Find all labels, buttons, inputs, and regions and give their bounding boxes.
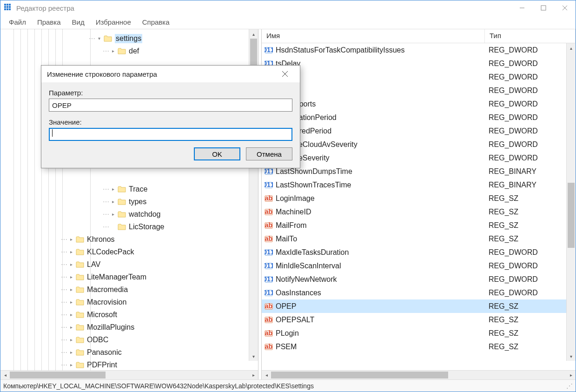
value-row[interactable]: 011OasInstancesREG_DWORD <box>262 286 576 299</box>
value-name-cell: 011MinIdleScanInterval <box>262 262 485 270</box>
scroll-left-icon[interactable]: ◂ <box>0 372 10 378</box>
values-hscroll[interactable]: ◂ ▸ <box>262 370 576 379</box>
scroll-down-icon[interactable]: ▾ <box>567 352 576 361</box>
chevron-right-icon[interactable]: ▸ <box>109 47 117 55</box>
value-name: PSEM <box>276 343 297 351</box>
tree-hscroll[interactable]: ◂ ▸ <box>0 370 258 379</box>
scroll-down-icon[interactable]: ▾ <box>249 352 258 361</box>
resize-grip-icon[interactable]: ⋰ <box>566 382 573 390</box>
tree-item-watchdog[interactable]: ⋯▸watchdog <box>0 208 258 220</box>
chevron-right-icon[interactable]: ▸ <box>109 211 117 218</box>
chevron-right-icon[interactable]: ▸ <box>67 336 75 344</box>
chevron-right-icon[interactable]: ▸ <box>67 286 75 293</box>
value-row[interactable]: 011HsdnStatusForTaskCompatibilityIssuesR… <box>262 43 576 57</box>
value-row[interactable]: abMachineIDREG_SZ <box>262 205 576 219</box>
scroll-up-icon[interactable]: ▴ <box>249 29 258 39</box>
values-vscroll[interactable]: ▴ ▾ <box>566 43 576 361</box>
chevron-right-icon[interactable]: ▸ <box>67 349 75 356</box>
value-row[interactable]: 011cessibleCloudAvSeverityREG_DWORD <box>262 138 576 151</box>
chevron-right-icon[interactable]: ▸ <box>67 299 75 306</box>
tree-item-panasonic[interactable]: ⋯▸Panasonic <box>0 346 258 359</box>
value-row[interactable]: 011NotifyNewNetworkREG_DWORD <box>262 272 576 286</box>
values-vscroll-thumb[interactable] <box>568 183 575 248</box>
tree-item-mozilla[interactable]: ⋯▸MozillaPlugins <box>0 321 258 333</box>
maximize-button[interactable] <box>533 0 554 15</box>
value-row[interactable]: abOPEPREG_SZ <box>262 299 576 313</box>
chevron-right-icon[interactable]: ▸ <box>67 324 75 331</box>
value-row[interactable]: abMailToREG_SZ <box>262 232 576 246</box>
value-row[interactable]: abMailFromREG_SZ <box>262 219 576 232</box>
ok-button[interactable]: OK <box>194 147 240 160</box>
value-row[interactable]: 011centReportsREG_DWORD <box>262 97 576 111</box>
chevron-right-icon[interactable]: ▸ <box>67 361 75 369</box>
value-name: OasInstances <box>276 289 321 297</box>
tree-item-khronos[interactable]: ⋯▸Khronos <box>0 233 258 246</box>
folder-icon <box>118 211 126 218</box>
value-row[interactable]: 011cessibleSeverityREG_DWORD <box>262 151 576 165</box>
value-row[interactable]: 011MinIdleScanIntervalREG_DWORD <box>262 259 576 272</box>
menu-view[interactable]: Вид <box>67 16 89 28</box>
param-name-input[interactable] <box>49 99 292 112</box>
value-type-cell: REG_DWORD <box>485 60 576 68</box>
scroll-right-icon[interactable]: ▸ <box>566 372 576 378</box>
chevron-right-icon[interactable]: ▸ <box>67 248 75 256</box>
chevron-down-icon[interactable]: ▾ <box>95 35 103 42</box>
menu-edit[interactable]: Правка <box>33 16 66 28</box>
value-row[interactable]: abPLoginREG_SZ <box>262 326 576 340</box>
scroll-right-icon[interactable]: ▸ <box>249 372 258 378</box>
close-button[interactable] <box>554 0 576 15</box>
chevron-right-icon[interactable]: ▸ <box>109 198 117 206</box>
value-row[interactable]: abLoginImageREG_SZ <box>262 192 576 205</box>
value-input[interactable] <box>49 128 292 141</box>
menu-favorites[interactable]: Избранное <box>91 16 136 28</box>
chevron-right-icon[interactable]: ▸ <box>67 261 75 268</box>
cancel-button[interactable]: Отмена <box>246 147 292 160</box>
tree-item-lav[interactable]: ⋯▸LAV <box>0 258 258 271</box>
svg-rect-8 <box>9 8 11 10</box>
value-row[interactable]: 011tsDelayREG_DWORD <box>262 57 576 70</box>
scroll-up-icon[interactable]: ▴ <box>567 43 576 53</box>
tree-item-microsoft[interactable]: ⋯▸Microsoft <box>0 308 258 321</box>
column-type[interactable]: Тип <box>485 29 576 43</box>
column-name[interactable]: Имя <box>262 29 485 43</box>
tree-item-macrovision[interactable]: ⋯▸Macrovision <box>0 296 258 308</box>
regedit-window: Редактор реестра Файл Правка Вид Избранн… <box>0 0 576 392</box>
value-label: Значение: <box>49 118 292 126</box>
dialog-buttons: OK Отмена <box>49 147 292 160</box>
tree-hscroll-thumb[interactable] <box>10 372 106 379</box>
menu-help[interactable]: Справка <box>138 16 174 28</box>
tree-item-macromedia[interactable]: ⋯▸Macromedia <box>0 283 258 296</box>
menu-file[interactable]: Файл <box>4 16 31 28</box>
values-list[interactable]: 011HsdnStatusForTaskCompatibilityIssuesR… <box>262 43 576 370</box>
tree-item-odbc[interactable]: ⋯▸ODBC <box>0 333 258 346</box>
value-row[interactable]: 011utExpirationPeriodREG_DWORD <box>262 111 576 124</box>
value-name-cell: 011LastShownDumpsTime <box>262 167 485 176</box>
tree-item-pdfprint[interactable]: ⋯▸PDFPrint <box>0 359 258 370</box>
value-type-cell: REG_SZ <box>485 302 576 311</box>
tree-item-trace[interactable]: ⋯▸Trace <box>0 183 258 195</box>
tree-item-def[interactable]: ⋯▸def <box>0 45 258 57</box>
tree-item-litemanager[interactable]: ⋯▸LiteManagerTeam <box>0 271 258 283</box>
tree-item-klcodecpack[interactable]: ⋯▸KLCodecPack <box>0 246 258 258</box>
chevron-right-icon[interactable]: ▸ <box>67 273 75 281</box>
chevron-right-icon[interactable]: ▸ <box>67 236 75 243</box>
dialog-close-button[interactable] <box>276 66 294 82</box>
value-row[interactable]: 011LastShownTracesTimeREG_BINARY <box>262 178 576 192</box>
chevron-right-icon[interactable] <box>109 223 117 231</box>
value-row[interactable]: 011MaxIdleTasksDurationREG_DWORD <box>262 246 576 259</box>
value-row[interactable]: abOPEPSALTREG_SZ <box>262 313 576 326</box>
chevron-right-icon[interactable]: ▸ <box>67 311 75 319</box>
statusbar: Компьютер\HKEY_LOCAL_MACHINE\SOFTWARE\WO… <box>0 379 576 392</box>
scroll-left-icon[interactable]: ◂ <box>262 372 271 378</box>
tree-item-types[interactable]: ⋯▸types <box>0 195 258 208</box>
minimize-button[interactable] <box>511 0 533 15</box>
value-row[interactable]: 011LastShownDumpsTimeREG_BINARY <box>262 165 576 178</box>
value-row[interactable]: 011allREG_DWORD <box>262 70 576 84</box>
values-hscroll-thumb[interactable] <box>271 372 448 379</box>
tree-item-settings[interactable]: ⋯▾settings <box>0 32 258 45</box>
chevron-right-icon[interactable]: ▸ <box>109 186 117 193</box>
value-row[interactable]: 011BeExpiredPeriodREG_DWORD <box>262 124 576 138</box>
value-row[interactable]: abPSEMREG_SZ <box>262 340 576 353</box>
tree-item-licstorage[interactable]: ⋯LicStorage <box>0 220 258 233</box>
value-row[interactable]: 011iveREG_DWORD <box>262 84 576 97</box>
